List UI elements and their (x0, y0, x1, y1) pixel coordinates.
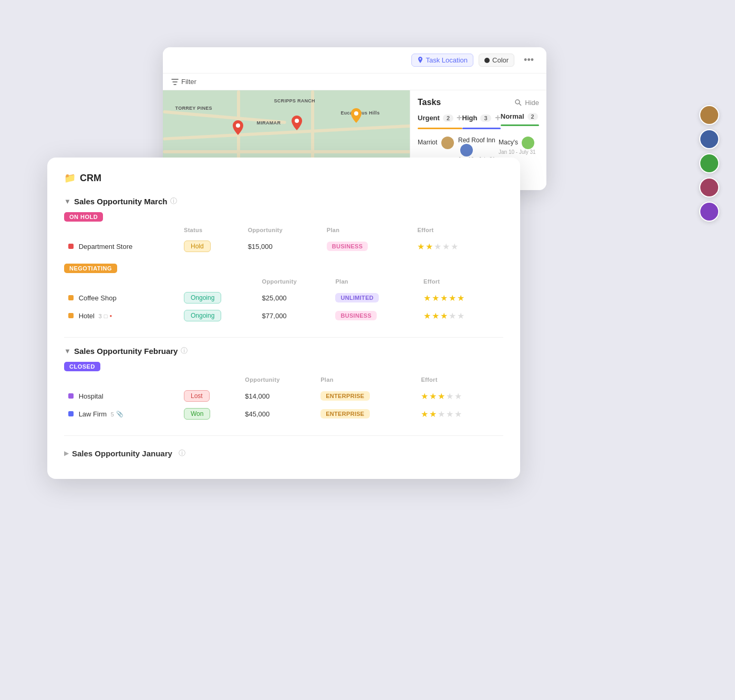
table-row: Hospital Lost $14,000 ENTERPRISE (64, 387, 503, 405)
star-l3: ★ (438, 409, 445, 419)
hotel-chat-icon: □ (104, 313, 108, 319)
status-pill-lost[interactable]: Lost (184, 390, 210, 402)
star-h4: ★ (449, 311, 456, 321)
dot-lawfirm (68, 411, 74, 416)
plan-badge-business-2[interactable]: BUSINESS (335, 311, 377, 320)
card-redroof-name: Red Roof Inn (458, 137, 495, 144)
star-ho5: ★ (454, 391, 462, 401)
task-location-button[interactable]: Task Location (411, 54, 474, 67)
status-pill-won[interactable]: Won (184, 408, 210, 420)
item-hotel-status[interactable]: Ongoing (180, 307, 258, 325)
item-lawfirm-status[interactable]: Won (180, 405, 241, 423)
color-button[interactable]: Color (479, 54, 514, 67)
hospital-opportunity: $14,000 (245, 392, 270, 400)
map-toolbar: Task Location Color ••• (163, 47, 546, 74)
map-pin-2[interactable] (291, 116, 303, 130)
plan-badge-unlimited[interactable]: UNLIMITED (335, 293, 379, 302)
item-dept-effort: ★ ★ ★ ★ ★ (413, 237, 503, 255)
item-hospital: Hospital (64, 387, 180, 405)
star-1: ★ (417, 242, 425, 252)
stars-lawfirm: ★ ★ ★ ★ ★ (421, 409, 499, 419)
hotel-extras: 3 □ ● (99, 313, 112, 319)
more-options-button[interactable]: ••• (520, 53, 538, 68)
card-marriot[interactable]: Marriot (418, 134, 458, 151)
col-opportunity-header: Opportunity (244, 225, 323, 237)
item-hotel-plan[interactable]: BUSINESS (331, 307, 419, 325)
map-pin-1[interactable] (232, 120, 244, 135)
item-dept-plan[interactable]: BUSINESS (323, 237, 413, 255)
map-pin-3[interactable] (350, 108, 362, 123)
star-4: ★ (442, 242, 450, 252)
star-f1: ★ (423, 293, 431, 303)
hide-button[interactable]: Hide (514, 99, 539, 107)
table-row: Department Store Hold $15,000 BUSINESS (64, 237, 503, 255)
group-march-header[interactable]: ▼ Sales Opportunity March ⓘ (64, 196, 503, 206)
col-urgent-add[interactable]: + (457, 112, 462, 123)
stars-hospital: ★ ★ ★ ★ ★ (421, 391, 499, 401)
item-dept-status[interactable]: Hold (180, 237, 244, 255)
item-coffee-plan[interactable]: UNLIMITED (331, 289, 419, 307)
avatar-5[interactable] (699, 202, 719, 222)
col-high-add[interactable]: + (495, 112, 501, 123)
badge-closed: CLOSED (64, 362, 100, 371)
avatar-3[interactable] (699, 153, 719, 173)
col-effort-header: Effort (413, 225, 503, 237)
plan-badge-enterprise-2[interactable]: ENTERPRISE (320, 409, 369, 419)
status-pill-ongoing-2[interactable]: Ongoing (184, 310, 221, 321)
col-opportunity-header-2: Opportunity (258, 276, 332, 289)
map-label-scripps: SCRIPPS RANCH (274, 98, 315, 103)
group-january-info: ⓘ (179, 448, 185, 458)
star-3: ★ (434, 242, 441, 252)
star-l2: ★ (429, 409, 437, 419)
item-hotel: Hotel 3 □ ● (64, 307, 180, 325)
item-hotel-opp: $77,000 (258, 307, 332, 325)
item-coffee-status[interactable]: Ongoing (180, 289, 258, 307)
coffee-opportunity: $25,000 (262, 294, 287, 302)
star-ho3: ★ (438, 391, 445, 401)
pin-icon (417, 57, 423, 64)
star-f3: ★ (440, 293, 448, 303)
item-coffee-effort: ★ ★ ★ ★ ★ (419, 289, 503, 307)
dot-dept-store (68, 244, 74, 249)
card-macys[interactable]: Macy's Jan 10 - July 31 (499, 134, 539, 157)
item-lawfirm-plan[interactable]: ENTERPRISE (316, 405, 417, 423)
item-lawfirm-effort: ★ ★ ★ ★ ★ (417, 405, 503, 423)
col-normal-count: 2 (527, 113, 538, 120)
star-f4: ★ (449, 293, 456, 303)
badge-onhold: ON HOLD (64, 212, 103, 222)
card-redroof-avatar (460, 144, 473, 156)
lawfirm-extras: 5 📎 (111, 411, 123, 417)
filter-button[interactable]: Filter (171, 78, 196, 86)
subgroup-onhold: ON HOLD Status Opportunity Plan Effort (64, 210, 503, 255)
group-february-title: Sales Opportunity February (74, 347, 178, 356)
item-hospital-status[interactable]: Lost (180, 387, 241, 405)
stars-hotel: ★ ★ ★ ★ ★ (423, 311, 499, 321)
map-label-miramar: MIRAMAR (257, 120, 281, 126)
hotel-count: 3 (99, 313, 102, 319)
lawfirm-opportunity: $45,000 (245, 410, 270, 418)
stars-dept: ★ ★ ★ ★ ★ (417, 242, 499, 252)
group-february-header[interactable]: ▼ Sales Opportunity February ⓘ (64, 346, 503, 356)
table-row: Hotel 3 □ ● Ongoing $77,000 (64, 307, 503, 325)
star-l4: ★ (446, 409, 453, 419)
avatar-2[interactable] (699, 129, 719, 149)
status-pill-hold[interactable]: Hold (184, 241, 211, 252)
card-macys-avatar (522, 137, 534, 149)
item-hotel-effort: ★ ★ ★ ★ ★ (419, 307, 503, 325)
col-plan-header-3: Plan (316, 374, 417, 387)
card-macys-name: Macy's (499, 139, 518, 146)
map-filter-bar: Filter (163, 74, 546, 90)
star-5: ★ (451, 242, 458, 252)
status-pill-ongoing-1[interactable]: Ongoing (184, 292, 221, 304)
plan-badge-business-1[interactable]: BUSINESS (327, 242, 368, 251)
svg-point-0 (236, 123, 240, 128)
item-hospital-opp: $14,000 (241, 387, 316, 405)
group-january[interactable]: ▶ Sales Opportunity January ⓘ (64, 444, 503, 462)
tasks-header: Tasks Hide (418, 98, 539, 107)
item-hospital-plan[interactable]: ENTERPRISE (316, 387, 417, 405)
avatar-4[interactable] (699, 177, 719, 197)
plan-badge-enterprise-1[interactable]: ENTERPRISE (320, 391, 369, 401)
star-ho4: ★ (446, 391, 453, 401)
avatar-1[interactable] (699, 105, 719, 125)
table-negotiating: Opportunity Plan Effort Coffee Shop Ongo… (64, 276, 503, 325)
